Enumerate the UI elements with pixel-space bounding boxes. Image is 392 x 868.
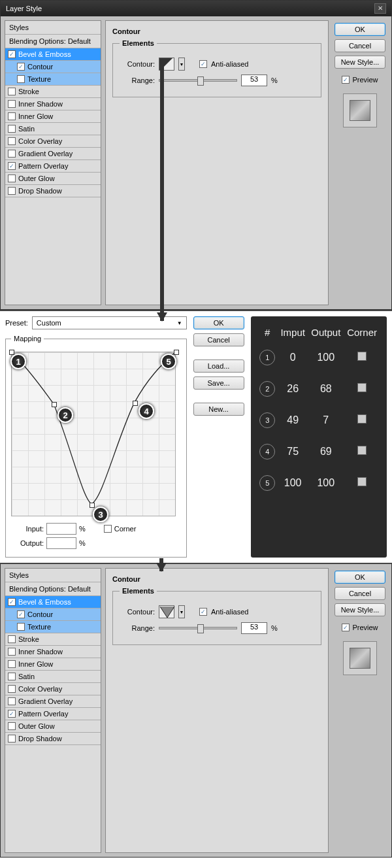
style-drop-shadow[interactable]: Drop Shadow: [5, 185, 101, 197]
checkbox-icon[interactable]: [8, 187, 16, 195]
new-button[interactable]: New...: [193, 403, 244, 416]
style-color-overlay[interactable]: Color Overlay: [5, 135, 101, 148]
checkbox-icon[interactable]: [8, 735, 16, 743]
curve-point[interactable]: [174, 350, 179, 355]
slider-thumb-icon[interactable]: [197, 76, 204, 86]
style-drop-shadow[interactable]: Drop Shadow: [5, 733, 101, 745]
style-gradient-overlay[interactable]: Gradient Overlay: [5, 148, 101, 160]
checkbox-icon[interactable]: ✓: [17, 610, 25, 618]
style-stroke[interactable]: Stroke: [5, 86, 101, 98]
editor-buttons: OK Cancel Load... Save... New...: [193, 316, 244, 558]
antialias-checkbox[interactable]: ✓: [199, 608, 207, 616]
mapping-graph[interactable]: 1 2 3 4 5: [11, 352, 176, 516]
checkbox-icon[interactable]: [8, 125, 16, 133]
style-inner-glow[interactable]: Inner Glow: [5, 658, 101, 671]
checkbox-icon[interactable]: [8, 673, 16, 680]
curve-point[interactable]: [90, 503, 95, 508]
mapping-legend: Mapping: [11, 335, 44, 342]
close-icon[interactable]: ✕: [374, 3, 386, 14]
checkbox-icon[interactable]: ✓: [17, 63, 25, 71]
ok-button[interactable]: OK: [193, 316, 244, 329]
checkbox-icon[interactable]: ✓: [8, 50, 16, 58]
elements-fieldset: Elements Contour: ▼ ✓ Anti-aliased Range…: [112, 587, 321, 645]
checkbox-icon[interactable]: [8, 697, 16, 705]
style-color-overlay[interactable]: Color Overlay: [5, 683, 101, 695]
col-input: Imput: [278, 323, 308, 342]
antialias-label: Anti-aliased: [211, 608, 248, 616]
range-label: Range:: [120, 76, 155, 84]
styles-header[interactable]: Styles: [5, 21, 101, 35]
cancel-button[interactable]: Cancel: [335, 39, 385, 52]
preview-checkbox[interactable]: ✓: [342, 76, 350, 84]
checkbox-icon[interactable]: [8, 112, 16, 120]
checkbox-icon[interactable]: [8, 150, 16, 158]
style-texture[interactable]: Texture: [5, 73, 101, 86]
checkbox-icon[interactable]: [8, 175, 16, 182]
corner-checkbox[interactable]: [104, 525, 112, 533]
style-pattern-overlay[interactable]: ✓Pattern Overlay: [5, 708, 101, 720]
checkbox-icon[interactable]: ✓: [8, 598, 16, 606]
mapping-fieldset: Mapping 1 2 3 4 5 Input: %: [5, 335, 187, 558]
bevel-preview-icon: [350, 100, 370, 121]
checkbox-icon[interactable]: [8, 635, 16, 643]
style-contour[interactable]: ✓Contour: [5, 61, 101, 73]
style-stroke[interactable]: Stroke: [5, 633, 101, 646]
antialias-checkbox[interactable]: ✓: [199, 60, 207, 68]
save-button[interactable]: Save...: [193, 376, 244, 390]
range-slider[interactable]: [159, 627, 237, 629]
style-bevel-emboss[interactable]: ✓Bevel & Emboss: [5, 48, 101, 61]
range-slider[interactable]: [159, 79, 237, 82]
style-satin[interactable]: Satin: [5, 671, 101, 683]
style-gradient-overlay[interactable]: Gradient Overlay: [5, 695, 101, 708]
style-outer-glow[interactable]: Outer Glow: [5, 173, 101, 185]
ok-button[interactable]: OK: [335, 571, 385, 584]
checkbox-icon[interactable]: [17, 75, 25, 83]
output-field[interactable]: [46, 537, 76, 549]
style-pattern-overlay[interactable]: ✓Pattern Overlay: [5, 160, 101, 173]
curve-point[interactable]: [133, 401, 138, 406]
checkbox-icon[interactable]: [8, 100, 16, 108]
style-inner-shadow[interactable]: Inner Shadow: [5, 98, 101, 110]
checkbox-icon[interactable]: [17, 623, 25, 631]
content-panel: Contour Elements Contour: ▼ ✓ Anti-alias…: [105, 20, 329, 305]
input-field[interactable]: [46, 523, 76, 535]
cancel-button[interactable]: Cancel: [335, 587, 385, 600]
checkbox-icon[interactable]: [8, 722, 16, 730]
load-button[interactable]: Load...: [193, 359, 244, 373]
bevel-preview-icon: [350, 648, 370, 669]
checkbox-icon[interactable]: ✓: [8, 710, 16, 718]
style-texture[interactable]: Texture: [5, 621, 101, 633]
blending-options[interactable]: Blending Options: Default: [5, 582, 101, 596]
antialias-label: Anti-aliased: [211, 60, 248, 68]
checkbox-icon[interactable]: [8, 685, 16, 693]
preview-checkbox[interactable]: ✓: [342, 624, 350, 631]
style-outer-glow[interactable]: Outer Glow: [5, 720, 101, 733]
checkbox-icon[interactable]: ✓: [8, 162, 16, 170]
pct-label: %: [79, 525, 86, 533]
corner-box-icon: [357, 414, 367, 424]
checkbox-icon[interactable]: [8, 137, 16, 145]
styles-header[interactable]: Styles: [5, 569, 101, 582]
curve-point[interactable]: [52, 402, 57, 407]
checkbox-icon[interactable]: [8, 660, 16, 668]
cancel-button[interactable]: Cancel: [193, 333, 244, 346]
slider-thumb-icon[interactable]: [197, 624, 204, 633]
range-input[interactable]: 53: [241, 622, 267, 634]
range-input[interactable]: 53: [241, 75, 267, 86]
new-style-button[interactable]: New Style...: [335, 56, 385, 69]
new-style-button[interactable]: New Style...: [335, 603, 385, 616]
checkbox-icon[interactable]: [8, 88, 16, 95]
style-inner-shadow[interactable]: Inner Shadow: [5, 646, 101, 658]
chevron-down-icon[interactable]: ▼: [178, 605, 185, 618]
checkbox-icon[interactable]: [8, 648, 16, 656]
contour-preview[interactable]: [159, 605, 174, 618]
chevron-down-icon[interactable]: ▼: [178, 58, 185, 71]
style-satin[interactable]: Satin: [5, 123, 101, 135]
style-contour[interactable]: ✓Contour: [5, 609, 101, 621]
ok-button[interactable]: OK: [335, 23, 385, 36]
style-inner-glow[interactable]: Inner Glow: [5, 110, 101, 123]
style-bevel-emboss[interactable]: ✓Bevel & Emboss: [5, 596, 101, 609]
blending-options[interactable]: Blending Options: Default: [5, 35, 101, 48]
preset-label: Preset:: [5, 319, 28, 327]
contour-section-title: Contour: [112, 27, 321, 35]
